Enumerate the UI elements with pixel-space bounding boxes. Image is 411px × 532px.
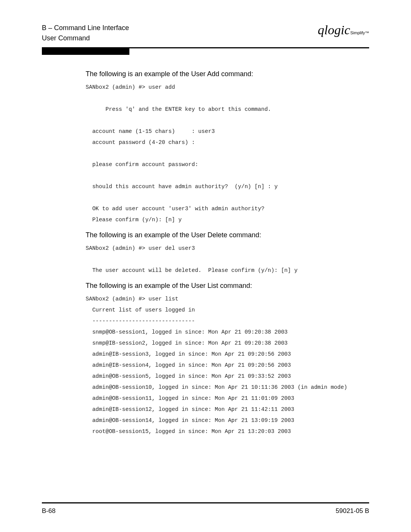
- footer-rule: [42, 502, 369, 503]
- header-section: B – Command Line Interface: [42, 23, 129, 33]
- page-header: B – Command Line Interface User Command …: [42, 23, 369, 43]
- intro-user-add: The following is an example of the User …: [86, 70, 369, 78]
- header-blackbar: [42, 48, 129, 55]
- intro-user-delete: The following is an example of the User …: [86, 231, 369, 239]
- header-subsection: User Command: [42, 33, 129, 43]
- logo-text: qlogic: [318, 23, 350, 37]
- content-area: The following is an example of the User …: [42, 55, 369, 437]
- code-user-add: SANbox2 (admin) #> user add Press 'q' an…: [86, 82, 369, 225]
- intro-user-list: The following is an example of the User …: [86, 282, 369, 290]
- code-user-list: SANbox2 (admin) #> user list Current lis…: [86, 294, 369, 437]
- qlogic-logo: qlogic Simplify™: [318, 23, 369, 37]
- code-user-delete: SANbox2 (admin) #> user del user3 The us…: [86, 243, 369, 276]
- page-footer: B-68 59021-05 B: [42, 507, 369, 515]
- page-number: B-68: [42, 507, 56, 515]
- document-number: 59021-05 B: [336, 507, 369, 515]
- logo-subtext: Simplify™: [350, 30, 369, 35]
